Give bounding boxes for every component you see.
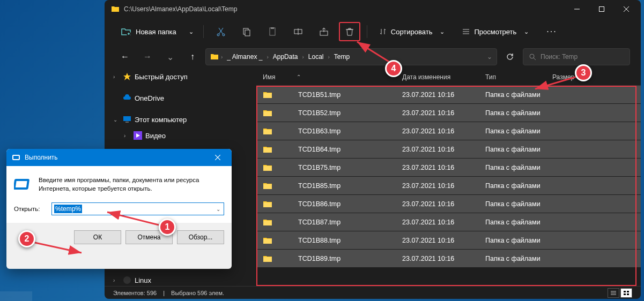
folder-icon	[263, 91, 272, 99]
file-row[interactable]: TCD1B86.tmp 23.07.2021 10:16 Папка с фай…	[256, 195, 641, 213]
icons-view-button[interactable]	[620, 288, 632, 298]
forward-button[interactable]: →	[138, 48, 157, 65]
file-list-area: Имя⌃ Дата изменения Тип Размер TCD1B51.t…	[256, 69, 641, 286]
file-type: Папка с файлами	[485, 164, 552, 171]
file-type: Папка с файлами	[485, 200, 552, 208]
pc-icon	[123, 115, 131, 124]
file-row[interactable]: TCD1B75.tmp 23.07.2021 10:16 Папка с фай…	[256, 159, 641, 177]
run-input[interactable]: %temp% ⌄	[51, 202, 224, 215]
more-button[interactable]: ···	[541, 24, 562, 40]
file-row[interactable]: TCD1B89.tmp 23.07.2021 10:16 Папка с фай…	[256, 250, 641, 268]
svg-rect-7	[271, 27, 274, 29]
column-date[interactable]: Дата изменения	[402, 73, 485, 81]
file-date: 23.07.2021 10:16	[402, 109, 485, 117]
folder-icon	[263, 200, 272, 208]
copy-button[interactable]	[236, 22, 257, 41]
chevron-down-icon[interactable]: ⌄	[216, 206, 220, 212]
nav-label: Быстрый доступ	[135, 73, 188, 81]
file-name: TCD1B52.tmp	[298, 109, 340, 117]
file-name: TCD1B87.tmp	[298, 219, 340, 226]
file-row[interactable]: TCD1B63.tmp 23.07.2021 10:16 Папка с фай…	[256, 122, 641, 140]
svg-rect-6	[270, 28, 275, 35]
video-icon	[134, 131, 142, 140]
svg-point-2	[217, 34, 219, 36]
file-name: TCD1B51.tmp	[298, 91, 340, 99]
file-name: TCD1B88.tmp	[298, 237, 340, 244]
file-date: 23.07.2021 10:16	[402, 255, 485, 262]
file-name: TCD1B89.tmp	[298, 255, 340, 262]
run-close-button[interactable]	[209, 149, 226, 166]
run-app-icon	[14, 176, 31, 193]
folder-icon	[263, 237, 272, 244]
new-folder-label: Новая папка	[136, 28, 176, 36]
maximize-button[interactable]	[589, 1, 614, 18]
nav-video[interactable]: › Видео	[105, 127, 256, 144]
breadcrumb-item[interactable]: Temp	[332, 52, 352, 62]
annotation-badge-1: 1	[159, 219, 176, 236]
delete-button[interactable]	[339, 22, 360, 41]
nav-linux[interactable]: › Linux	[105, 272, 256, 286]
breadcrumb-item[interactable]: Local	[306, 52, 326, 62]
new-folder-dropdown[interactable]: ⌄	[186, 28, 197, 35]
file-name: TCD1B63.tmp	[298, 127, 340, 135]
share-button[interactable]	[313, 22, 335, 41]
breadcrumb-item[interactable]: AppData	[271, 52, 300, 62]
breadcrumb-item[interactable]: _ Almanex _	[225, 52, 264, 62]
sort-button[interactable]: Сортировать ⌄	[374, 25, 453, 39]
nav-onedrive[interactable]: OneDrive	[105, 90, 256, 106]
svg-rect-20	[13, 156, 19, 159]
details-view-button[interactable]	[608, 288, 619, 298]
up-button[interactable]: ↑	[183, 48, 202, 65]
annotation-badge-4: 4	[385, 60, 402, 77]
file-name: TCD1B86.tmp	[298, 200, 340, 208]
close-button[interactable]	[614, 1, 639, 18]
file-type: Папка с файлами	[485, 182, 552, 190]
nav-label: Этот компьютер	[135, 116, 187, 124]
statusbar: Элементов: 596 | Выбрано 596 элем.	[105, 286, 641, 299]
breadcrumb[interactable]: › _ Almanex _ › AppData › Local › Temp ⌄	[205, 48, 497, 65]
back-button[interactable]: ←	[115, 48, 135, 65]
folder-icon	[263, 109, 272, 117]
nav-this-pc[interactable]: ⌄ Этот компьютер	[105, 111, 256, 127]
sort-icon	[379, 28, 387, 35]
svg-rect-12	[125, 122, 129, 123]
column-type[interactable]: Тип	[485, 73, 552, 81]
nav-quick-access[interactable]: › Быстрый доступ	[105, 69, 256, 85]
column-name[interactable]: Имя⌃	[263, 73, 402, 81]
folder-icon	[111, 5, 120, 13]
file-date: 23.07.2021 10:16	[402, 164, 485, 171]
svg-rect-11	[123, 116, 131, 121]
file-row[interactable]: TCD1B85.tmp 23.07.2021 10:16 Папка с фай…	[256, 177, 641, 195]
file-date: 23.07.2021 10:16	[402, 237, 485, 244]
file-name: TCD1B75.tmp	[298, 164, 340, 171]
file-row[interactable]: TCD1B51.tmp 23.07.2021 10:16 Папка с фай…	[256, 86, 641, 104]
cloud-icon	[123, 94, 131, 102]
status-selected: Выбрано 596 элем.	[171, 290, 224, 296]
file-row[interactable]: TCD1B64.tmp 23.07.2021 10:16 Папка с фай…	[256, 140, 641, 159]
svg-rect-18	[627, 294, 629, 295]
file-type: Папка с файлами	[485, 219, 552, 226]
titlebar: C:\Users\Almanex\AppData\Local\Temp	[105, 0, 641, 18]
rename-button[interactable]	[287, 22, 309, 41]
cut-button[interactable]	[210, 22, 232, 41]
run-input-value: %temp%	[54, 205, 82, 213]
paste-button[interactable]	[262, 22, 283, 41]
svg-rect-0	[599, 7, 604, 12]
file-row[interactable]: TCD1B88.tmp 23.07.2021 10:16 Папка с фай…	[256, 231, 641, 250]
browse-button[interactable]: Обзор...	[177, 230, 224, 244]
file-list[interactable]: TCD1B51.tmp 23.07.2021 10:16 Папка с фай…	[256, 86, 641, 286]
ok-button[interactable]: ОК	[74, 230, 121, 244]
recent-dropdown[interactable]: ⌄	[160, 48, 180, 65]
nav-label: OneDrive	[135, 94, 164, 102]
file-row[interactable]: TCD1B52.tmp 23.07.2021 10:16 Папка с фай…	[256, 104, 641, 122]
file-row[interactable]: TCD1B87.tmp 23.07.2021 10:16 Папка с фай…	[256, 213, 641, 231]
search-input[interactable]: Поиск: Temp	[523, 48, 630, 65]
annotation-badge-3: 3	[575, 64, 592, 81]
refresh-button[interactable]	[500, 48, 520, 65]
minimize-button[interactable]	[565, 1, 589, 18]
linux-icon	[123, 276, 131, 284]
view-button[interactable]: Просмотреть ⌄	[457, 25, 537, 39]
folder-icon	[263, 182, 272, 190]
nav-label: Видео	[145, 132, 166, 140]
new-folder-button[interactable]: Новая папка	[115, 23, 182, 40]
